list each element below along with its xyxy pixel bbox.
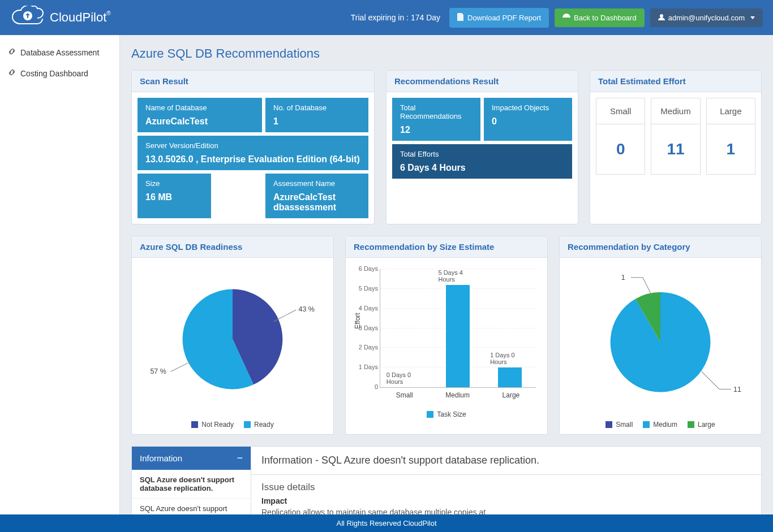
tile-value: 12	[400, 125, 473, 135]
chevron-down-icon	[750, 16, 755, 19]
back-to-dashboard-label: Back to Dashboard	[574, 14, 637, 22]
effort-cell-medium: Medium 11	[651, 98, 700, 175]
tile-total-efforts: Total Efforts 6 Days 4 Hours	[392, 144, 572, 179]
info-main-title: Information - SQL Azure doesn't support …	[251, 447, 761, 475]
readiness-legend: Not Ready Ready	[138, 421, 328, 429]
readiness-not-ready-pct: 43 %	[298, 305, 314, 313]
swatch-icon	[605, 421, 612, 428]
x-label: Medium	[445, 391, 470, 399]
recommendations-result-panel: Recommendations Result Total Recommendat…	[386, 70, 578, 224]
svg-line-6	[702, 371, 719, 389]
info-sidebar-header[interactable]: Information −	[132, 447, 251, 470]
tile-impacted-objects: Impacted Objects 0	[484, 98, 572, 141]
tile-value: 1	[273, 116, 360, 127]
swatch-icon	[643, 421, 650, 428]
x-label: Small	[396, 391, 413, 399]
download-pdf-button[interactable]: Download PDF Report	[449, 8, 549, 28]
dashboard-icon	[562, 14, 570, 22]
header: CloudPilot® Trial expiring in : 174 Day …	[0, 0, 773, 35]
tile-db-count: No. of Database 1	[265, 98, 368, 132]
cloud-logo-icon	[10, 6, 45, 29]
effort-label: Small	[596, 98, 645, 124]
category-label-1: 1	[621, 274, 625, 282]
user-icon	[658, 14, 665, 22]
effort-label: Large	[707, 98, 755, 124]
effort-value: 0	[596, 124, 645, 174]
category-legend: Small Medium Large	[565, 421, 755, 429]
info-list-item[interactable]: SQL Azure doesn't support database repli…	[132, 470, 251, 499]
svg-point-1	[660, 14, 663, 18]
panel-title: Recommendations Result	[386, 71, 578, 92]
panel-title: Total Estimated Effort	[590, 71, 761, 92]
swatch-icon	[427, 411, 433, 418]
tile-label: No. of Database	[273, 103, 360, 112]
logo: CloudPilot®	[10, 6, 111, 29]
panel-title: Recommendation by Size Estimate	[346, 236, 547, 258]
info-main: Information - SQL Azure doesn't support …	[251, 447, 761, 524]
header-actions: Trial expiring in : 174 Day Download PDF…	[351, 8, 763, 28]
effort-value: 1	[707, 124, 755, 174]
user-email: admin@unifycloud.com	[668, 14, 745, 22]
legend-ready: Ready	[244, 421, 274, 429]
link-icon	[8, 47, 16, 57]
tile-label: Server Version/Edition	[145, 141, 360, 150]
tile-total-recommendations: Total Recommendations 12	[392, 98, 480, 141]
category-label-11: 11	[733, 386, 741, 393]
sidebar-item-costing-dashboard[interactable]: Costing Dashboard	[0, 63, 119, 84]
trial-expiry-text: Trial expiring in : 174 Day	[351, 13, 440, 22]
tile-value: 16 MB	[145, 192, 203, 202]
svg-line-4	[643, 278, 652, 295]
tile-label: Impacted Objects	[492, 103, 564, 112]
tile-label: Total Efforts	[400, 150, 564, 158]
x-label: Large	[503, 391, 520, 399]
footer: All Rights Reserved CloudPilot	[0, 514, 773, 532]
tile-size: Size 16 MB	[138, 174, 211, 218]
readiness-ready-pct: 57 %	[150, 367, 166, 375]
content: Azure SQL DB Recommendations Scan Result…	[120, 35, 773, 532]
size-legend: Task Size	[351, 410, 542, 418]
legend-medium: Medium	[643, 421, 677, 429]
tile-label: Size	[145, 179, 203, 188]
category-chart-panel: Recommendation by Category 1 11 Small	[559, 236, 762, 435]
bar-small: 0 Days 0 Hours	[386, 371, 426, 387]
download-pdf-label: Download PDF Report	[467, 14, 541, 22]
category-pie-chart: 1 11	[565, 266, 755, 413]
tile-db-name: Name of Database AzureCalcTest	[138, 98, 262, 132]
size-chart-panel: Recommendation by Size Estimate Effort 0…	[345, 236, 548, 435]
issue-details-heading: Issue details	[261, 482, 751, 493]
readiness-pie-chart: 43 % 57 %	[138, 266, 328, 413]
sidebar-item-label: Costing Dashboard	[20, 69, 88, 78]
effort-value: 11	[651, 124, 699, 174]
panel-title: Recommendation by Category	[560, 236, 761, 258]
back-to-dashboard-button[interactable]: Back to Dashboard	[555, 8, 645, 27]
bar-large: 1 Days 0 Hours	[490, 352, 530, 387]
tile-value: AzureCalcTest dbassessment	[273, 192, 360, 213]
effort-cell-large: Large 1	[706, 98, 755, 175]
readiness-chart-panel: Azure SQL DB Readiness 43 % 57 % Not Rea	[131, 236, 334, 435]
sidebar: Database Assessment Costing Dashboard	[0, 35, 120, 532]
legend-task-size: Task Size	[427, 410, 466, 418]
tile-assessment-name: Assessment Name AzureCalcTest dbassessme…	[265, 174, 368, 218]
scan-result-panel: Scan Result Name of Database AzureCalcTe…	[131, 70, 375, 224]
bar-medium: 5 Days 4 Hours	[438, 269, 478, 387]
tile-label: Name of Database	[145, 103, 254, 112]
panel-title: Azure SQL DB Readiness	[132, 236, 333, 258]
legend-not-ready: Not Ready	[191, 421, 234, 429]
panel-title: Scan Result	[132, 71, 374, 92]
swatch-icon	[688, 421, 694, 428]
file-pdf-icon	[457, 13, 464, 23]
legend-small: Small	[605, 421, 633, 429]
minus-icon: −	[237, 452, 243, 464]
tile-value: 0	[492, 116, 564, 127]
link-icon	[8, 68, 16, 78]
legend-large: Large	[688, 421, 715, 429]
tile-label: Assessment Name	[273, 179, 360, 188]
impact-label: Impact	[261, 496, 751, 505]
tile-server-version: Server Version/Edition 13.0.5026.0 , Ent…	[138, 136, 368, 170]
sidebar-item-database-assessment[interactable]: Database Assessment	[0, 42, 119, 63]
swatch-icon	[244, 421, 251, 428]
user-menu-button[interactable]: admin@unifycloud.com	[650, 8, 763, 27]
brand-name: CloudPilot®	[50, 10, 111, 25]
svg-line-2	[274, 310, 297, 322]
total-estimated-effort-panel: Total Estimated Effort Small 0 Medium 11…	[590, 70, 762, 224]
